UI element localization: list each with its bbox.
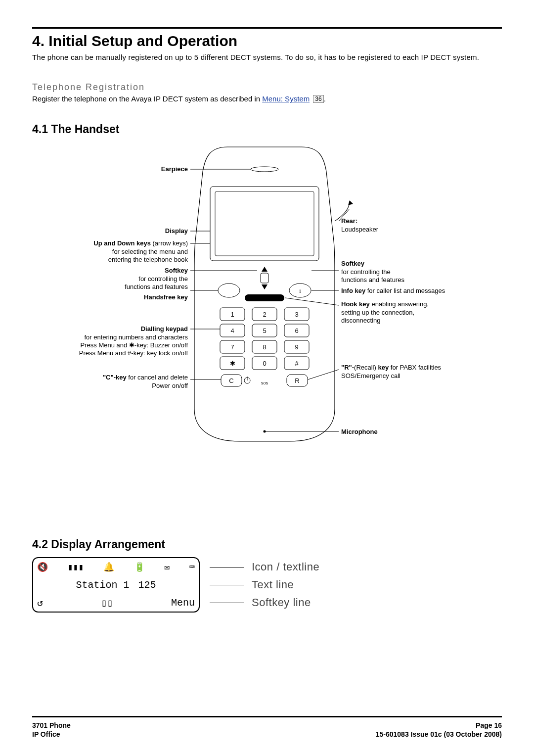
svg-text:✱: ✱ xyxy=(230,360,235,367)
footer-page-number: Page 16 xyxy=(376,721,502,730)
label-textline: Text line xyxy=(252,578,294,591)
svg-text:sos: sos xyxy=(261,380,268,385)
label-info: Info key for caller list and messages xyxy=(341,287,460,295)
display-line-labels: Icon / textline Text line Softkey line xyxy=(210,558,319,612)
telephone-registration-text: Register the telephone on the Avaya IP D… xyxy=(32,94,502,103)
label-dialling: Dialling keypadfor entering numbers and … xyxy=(62,325,188,357)
svg-text:7: 7 xyxy=(230,343,234,351)
battery-icon: 🔋 xyxy=(134,562,145,572)
display-arrangement-heading: 4.2 Display Arrangement xyxy=(32,538,502,551)
svg-point-4 xyxy=(218,284,240,297)
svg-text:3: 3 xyxy=(295,311,298,318)
label-softkey-right: Softkeyfor controlling the functions and… xyxy=(341,260,450,284)
label-updown: Up and Down keys (arrow keys) for select… xyxy=(64,239,188,264)
svg-text:8: 8 xyxy=(263,343,266,351)
section-title: 4. Initial Setup and Operation xyxy=(32,33,502,49)
label-softkeyline: Softkey line xyxy=(252,596,311,609)
footer-office: IP Office xyxy=(32,730,71,739)
handset-diagram: i 123 456 789 ✱0# CR sos xyxy=(62,142,467,459)
label-display: Display xyxy=(64,227,188,235)
svg-point-52 xyxy=(264,430,266,433)
display-icon-line: 🔇 ▮▮▮ 🔔 🔋 ✉ ⌨ xyxy=(33,558,199,576)
svg-rect-3 xyxy=(261,273,268,283)
station-number: 125 xyxy=(138,579,156,591)
label-rkey: "R"-(Recall) key for PABX facilities SOS… xyxy=(341,364,455,380)
svg-rect-2 xyxy=(215,191,314,256)
reg-text-prefix: Register the telephone on the Avaya IP D… xyxy=(32,94,262,103)
menu-system-link[interactable]: Menu: System xyxy=(262,94,310,103)
label-ckey: "C"-key for cancel and delete Power on/o… xyxy=(64,374,188,390)
svg-rect-7 xyxy=(245,294,284,301)
label-rear: Rear:Loudspeaker xyxy=(341,217,450,234)
svg-line-50 xyxy=(308,370,339,379)
svg-text:2: 2 xyxy=(263,311,266,318)
redial-icon: ↺ xyxy=(37,597,43,609)
svg-point-0 xyxy=(251,167,278,172)
display-arrangement-figure: 🔇 ▮▮▮ 🔔 🔋 ✉ ⌨ Station 1 125 ↺ ▯▯ Menu Ic… xyxy=(32,557,502,613)
mute-icon: 🔇 xyxy=(37,562,48,572)
msg-icon: ✉ xyxy=(165,562,170,572)
svg-text:9: 9 xyxy=(295,343,298,351)
label-mic: Microphone xyxy=(341,428,440,436)
svg-rect-1 xyxy=(210,187,319,261)
station-name: Station 1 xyxy=(76,579,129,591)
label-handsfree: Handsfree key xyxy=(64,293,188,301)
svg-line-49 xyxy=(285,298,339,305)
footer-product: 3701 Phone xyxy=(32,721,71,730)
telephone-registration-heading: Telephone Registration xyxy=(32,82,502,93)
svg-text:5: 5 xyxy=(263,327,266,334)
svg-text:R: R xyxy=(295,377,299,384)
ring-icon: 🔔 xyxy=(103,562,114,572)
label-hook: Hook key enabling answering, setting up … xyxy=(341,300,455,325)
keypad-icon: ⌨ xyxy=(189,562,195,572)
phone-display: 🔇 ▮▮▮ 🔔 🔋 ✉ ⌨ Station 1 125 ↺ ▯▯ Menu xyxy=(32,557,200,613)
intro-paragraph: The phone can be manually registered on … xyxy=(32,52,502,62)
label-iconline: Icon / textline xyxy=(252,561,319,573)
book-icon: ▯▯ xyxy=(101,597,113,609)
label-earpiece: Earpiece xyxy=(64,165,188,173)
page-ref-badge: 36 xyxy=(313,95,323,103)
svg-text:#: # xyxy=(295,360,299,367)
svg-text:6: 6 xyxy=(295,327,298,334)
svg-text:4: 4 xyxy=(230,327,234,334)
footer-issue: 15-601083 Issue 01c (03 October 2008) xyxy=(376,730,502,739)
label-softkey-left: Softkeyfor controlling the functions and… xyxy=(64,267,188,291)
page-footer: 3701 Phone IP Office Page 16 15-601083 I… xyxy=(32,721,502,739)
svg-text:i: i xyxy=(299,287,301,294)
display-softkey-line: ↺ ▯▯ Menu xyxy=(33,594,199,612)
menu-softkey: Menu xyxy=(171,597,195,609)
signal-icon: ▮▮▮ xyxy=(68,562,84,572)
svg-text:C: C xyxy=(229,377,233,384)
handset-heading: 4.1 The Handset xyxy=(32,123,502,136)
display-text-line: Station 1 125 xyxy=(33,576,199,594)
svg-text:1: 1 xyxy=(230,311,234,318)
svg-text:0: 0 xyxy=(263,360,266,367)
